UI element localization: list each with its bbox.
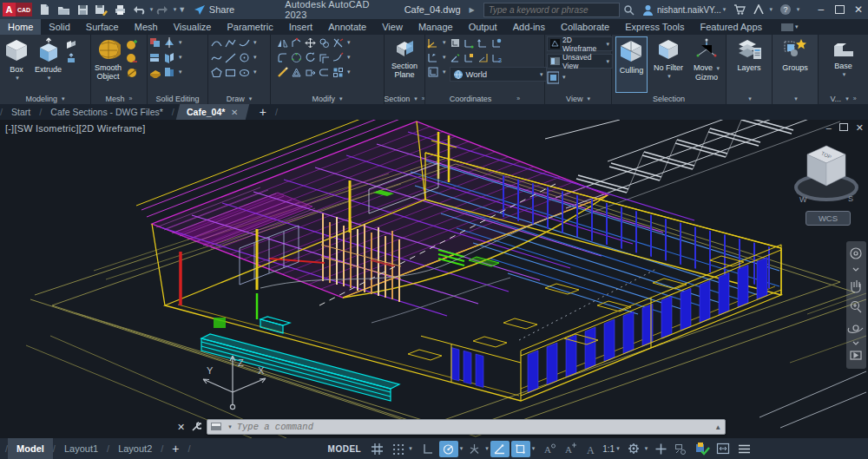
tab-solid[interactable]: Solid (41, 19, 77, 35)
minimize-button[interactable]: – (812, 2, 831, 17)
save-as-icon[interactable] (93, 2, 110, 17)
model-tab[interactable]: Model (8, 438, 53, 459)
tab-featured-apps[interactable]: Featured Apps (693, 19, 771, 35)
spline-icon[interactable] (210, 51, 222, 63)
tab-annotate[interactable]: Annotate (320, 19, 374, 35)
smooth-object-button[interactable]: SmoothObject (93, 36, 123, 93)
ucs-world-icon[interactable] (450, 51, 462, 63)
command-close-icon[interactable]: ✕ (177, 422, 185, 433)
new-tab-button[interactable]: + (251, 104, 275, 120)
extend-icon[interactable] (332, 51, 344, 63)
panel-label-mesh[interactable]: Mesh» (91, 93, 147, 104)
panel-label-modify[interactable]: Modify▾ (271, 93, 384, 104)
open-folder-icon[interactable] (56, 2, 73, 17)
mirror-icon[interactable] (276, 36, 288, 49)
snap-mode-icon[interactable] (388, 441, 407, 457)
help-icon[interactable]: ? (777, 2, 794, 17)
command-input[interactable] (235, 421, 712, 433)
maximize-button[interactable] (831, 2, 850, 17)
ellipse-icon[interactable] (238, 66, 250, 78)
snap-dropdown[interactable]: ▾ (409, 445, 412, 452)
ucs-zaxis-icon[interactable] (477, 36, 490, 49)
imprint-icon[interactable] (163, 66, 175, 78)
box-button[interactable]: Box▾ (2, 36, 31, 93)
ucs-named-icon[interactable] (450, 36, 462, 49)
share-label[interactable]: Share (209, 4, 234, 15)
named-view-dropdown[interactable]: Unsaved View▾ (547, 54, 613, 69)
array-icon[interactable] (290, 51, 302, 63)
command-bar[interactable]: ▾ ▲ (207, 419, 726, 435)
panel-label-selection[interactable]: Selection (612, 93, 726, 104)
arc-3point-icon[interactable] (238, 36, 250, 49)
autodesk-app-icon[interactable] (750, 2, 767, 17)
viewport-controls-label[interactable]: [-][SW Isometric][2D Wireframe] (5, 123, 145, 134)
tab-view[interactable]: View (374, 19, 411, 35)
wcs-button[interactable]: WCS (806, 211, 851, 226)
new-layout-button[interactable]: + (163, 442, 187, 456)
rotate-icon[interactable] (304, 51, 316, 63)
tab-parametric[interactable]: Parametric (219, 19, 280, 35)
annotation-monitor-icon[interactable] (651, 441, 670, 457)
line-icon[interactable] (224, 51, 236, 63)
file-tab-cafe04[interactable]: Cafe_04* ✕ (176, 104, 249, 120)
clean-screen-icon[interactable] (713, 441, 733, 457)
section-plane-button[interactable]: SectionPlane (390, 36, 419, 93)
layout2-tab[interactable]: Layout2 (109, 438, 161, 459)
circle-icon[interactable] (238, 51, 250, 63)
move-icon[interactable] (304, 36, 316, 49)
osnap-dropdown[interactable]: ▾ (532, 445, 536, 452)
command-customize-wrench-icon[interactable] (190, 422, 201, 432)
share-icon[interactable] (191, 2, 208, 17)
autodesk-app-dropdown[interactable]: ▾ (770, 6, 773, 13)
visual-style-dropdown[interactable]: 2D Wireframe▾ (547, 36, 613, 51)
tab-insert[interactable]: Insert (281, 19, 321, 35)
panel-label-groups[interactable]: ▾ (773, 93, 818, 104)
tab-home[interactable]: Home (0, 19, 41, 35)
user-dropdown[interactable]: ▾ (723, 6, 727, 13)
shell-icon[interactable] (149, 66, 161, 78)
app-store-cart-icon[interactable] (731, 2, 748, 17)
undo-icon[interactable] (130, 2, 148, 17)
polysolid-icon[interactable] (65, 39, 77, 51)
ucs-previous-icon[interactable] (427, 51, 439, 63)
presspull-icon[interactable] (65, 53, 77, 65)
username[interactable]: nishant.naikVY... (657, 5, 721, 15)
doc-restore-icon[interactable] (839, 122, 848, 134)
polyline-icon[interactable] (224, 36, 236, 49)
ucs-object-icon[interactable] (464, 51, 476, 63)
drawing-viewport[interactable]: Z X Y W S TOP (0, 120, 868, 438)
tab-mesh[interactable]: Mesh (127, 19, 166, 35)
user-avatar-icon[interactable] (639, 2, 656, 17)
tab-surface[interactable]: Surface (78, 19, 127, 35)
file-tab-start[interactable]: Start (3, 104, 39, 120)
autocad-logo[interactable]: ACAD (3, 3, 32, 16)
workspace-dropdown[interactable]: ▾ (645, 445, 648, 452)
groups-button[interactable]: Groups (780, 36, 810, 93)
erase-icon[interactable] (276, 66, 288, 78)
panel-label-view[interactable]: View▾ (545, 93, 611, 104)
rectangle-icon[interactable] (224, 66, 236, 78)
copy-icon[interactable] (318, 36, 330, 49)
object-snap-icon[interactable] (511, 441, 530, 457)
isodraft-icon[interactable] (464, 441, 483, 457)
ucs-world-dropdown[interactable]: World▾ (450, 67, 547, 82)
annotation-scale-icon[interactable]: A (582, 441, 601, 457)
doc-minimize-icon[interactable]: – (826, 122, 832, 134)
array-rect-icon[interactable] (332, 66, 344, 78)
customize-menu-icon[interactable] (734, 441, 753, 457)
qat-customize-dropdown[interactable]: ▼ (178, 5, 186, 14)
object-snap-tracking-icon[interactable] (490, 441, 510, 457)
annotation-visibility-icon[interactable]: A (540, 441, 559, 457)
viewcube[interactable]: W S TOP (796, 146, 857, 204)
undo-dropdown[interactable]: ▾ (150, 6, 154, 13)
tab-collaborate[interactable]: Collaborate (553, 19, 617, 35)
subtract-icon[interactable] (149, 51, 161, 63)
file-tab-cafe-sections[interactable]: Cafe Sections - DWG Files* (42, 104, 172, 120)
tab-output[interactable]: Output (461, 19, 505, 35)
quick-properties-icon[interactable] (672, 441, 691, 457)
mesh-refine-icon[interactable] (125, 38, 137, 50)
redo-dropdown[interactable]: ▾ (174, 6, 177, 13)
tab-visualize[interactable]: Visualize (166, 19, 220, 35)
ucs-origin-icon[interactable] (464, 36, 476, 49)
chamfer-icon[interactable] (290, 36, 302, 49)
